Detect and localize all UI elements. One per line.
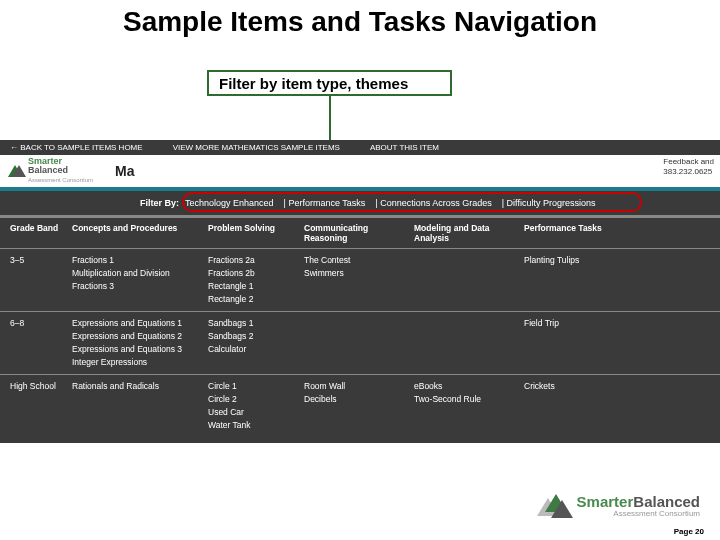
cell-problem: Sandbags 1 Sandbags 2 Calculator [208,317,304,369]
col-perf-tasks: Performance Tasks [524,223,624,243]
page-number: Page 20 [674,527,704,536]
item-link[interactable]: Swimmers [304,267,406,279]
item-link[interactable]: Circle 2 [208,393,296,405]
item-link[interactable]: Decibels [304,393,406,405]
cell-perf: Crickets [524,380,624,432]
filter-bar: Filter By: Technology Enhanced Performan… [0,191,720,215]
cell-concepts: Fractions 1 Multiplication and Division … [72,254,208,306]
col-problem-solving: Problem Solving [208,223,304,243]
item-link[interactable]: Multiplication and Division [72,267,200,279]
app-screenshot: ← BACK TO SAMPLE ITEMS HOME VIEW MORE MA… [0,140,720,443]
logo-line2: Balanced [28,165,68,175]
col-modeling: Modeling and Data Analysis [414,223,524,243]
item-link[interactable]: Sandbags 2 [208,330,296,342]
cell-grade: 6–8 [10,317,72,369]
app-header: Smarter Balanced Assessment Consortium M… [0,155,720,191]
item-link[interactable]: Crickets [524,380,624,392]
cell-model [414,254,524,306]
cell-perf: Planting Tulips [524,254,624,306]
item-link[interactable]: The Contest [304,254,406,266]
header-contact: Feedback and 383.232.0625 [663,157,714,177]
nav-back[interactable]: ← BACK TO SAMPLE ITEMS HOME [10,143,143,152]
filter-label: Filter By: [140,198,179,208]
table-row: 6–8 Expressions and Equations 1 Expressi… [0,311,720,374]
table-row: 3–5 Fractions 1 Multiplication and Divis… [0,248,720,311]
cell-grade: High School [10,380,72,432]
cell-concepts: Expressions and Equations 1 Expressions … [72,317,208,369]
cell-problem: Circle 1 Circle 2 Used Car Water Tank [208,380,304,432]
logo-text: Smarter Balanced Assessment Consortium [28,157,93,185]
header-title-fragment: Ma [115,163,134,179]
item-link[interactable]: Fractions 2b [208,267,296,279]
logo-triangle-icon [12,165,26,177]
item-link[interactable]: Integer Expressions [72,356,200,368]
footer-logo: SmarterBalanced Assessment Consortium [537,494,700,518]
cell-model: eBooks Two-Second Rule [414,380,524,432]
table-header-row: Grade Band Concepts and Procedures Probl… [0,217,720,248]
item-link[interactable]: Sandbags 1 [208,317,296,329]
item-link[interactable]: Water Tank [208,419,296,431]
item-link[interactable]: eBooks [414,380,516,392]
item-link[interactable]: Circle 1 [208,380,296,392]
item-link[interactable]: Expressions and Equations 1 [72,317,200,329]
filter-performance-tasks[interactable]: Performance Tasks [284,198,366,208]
filter-tech-enhanced[interactable]: Technology Enhanced [185,198,274,208]
table-row: High School Rationals and Radicals Circl… [0,374,720,437]
footer-logo-line1: SmarterBalanced [577,494,700,509]
cell-concepts: Rationals and Radicals [72,380,208,432]
item-link[interactable]: Two-Second Rule [414,393,516,405]
item-link[interactable]: Calculator [208,343,296,355]
col-concepts: Concepts and Procedures [72,223,208,243]
filter-connections[interactable]: Connections Across Grades [375,198,491,208]
item-link[interactable]: Fractions 3 [72,280,200,292]
slide-title: Sample Items and Tasks Navigation [0,0,720,38]
item-link[interactable]: Used Car [208,406,296,418]
item-link[interactable]: Expressions and Equations 2 [72,330,200,342]
item-link[interactable]: Rectangle 2 [208,293,296,305]
item-link[interactable]: Rectangle 1 [208,280,296,292]
nav-view-more[interactable]: VIEW MORE MATHEMATICS SAMPLE ITEMS [173,143,340,152]
item-link[interactable]: Expressions and Equations 3 [72,343,200,355]
cell-comm [304,317,414,369]
cell-perf: Field Trip [524,317,624,369]
cell-model [414,317,524,369]
top-nav: ← BACK TO SAMPLE ITEMS HOME VIEW MORE MA… [0,140,720,155]
item-link[interactable]: Field Trip [524,317,624,329]
callout-filter: Filter by item type, themes [207,70,452,96]
item-link[interactable]: Fractions 2a [208,254,296,266]
item-link[interactable]: Planting Tulips [524,254,624,266]
item-link[interactable]: Rationals and Radicals [72,380,200,392]
footer-logo-tag: Assessment Consortium [577,509,700,518]
filter-difficulty[interactable]: Difficulty Progressions [502,198,596,208]
col-comm-reasoning: Communicating Reasoning [304,223,414,243]
logo-triangles-icon [537,494,571,518]
contact-label: Feedback and [663,157,714,167]
item-link[interactable]: Fractions 1 [72,254,200,266]
nav-about[interactable]: ABOUT THIS ITEM [370,143,439,152]
col-grade: Grade Band [10,223,72,243]
cell-comm: Room Wall Decibels [304,380,414,432]
logo-tag: Assessment Consortium [28,177,93,183]
contact-phone: 383.232.0625 [663,167,714,177]
cell-grade: 3–5 [10,254,72,306]
cell-comm: The Contest Swimmers [304,254,414,306]
item-link[interactable]: Room Wall [304,380,406,392]
cell-problem: Fractions 2a Fractions 2b Rectangle 1 Re… [208,254,304,306]
items-table: Grade Band Concepts and Procedures Probl… [0,215,720,443]
logo-small: Smarter Balanced Assessment Consortium [8,157,93,185]
